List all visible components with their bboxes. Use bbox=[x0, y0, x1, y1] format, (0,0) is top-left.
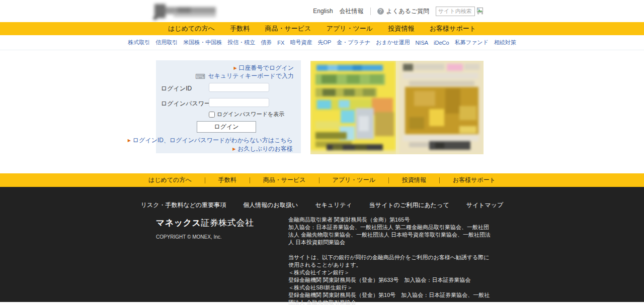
show-password-label: ログインパスワードを表示 bbox=[217, 111, 284, 118]
subnav-stock-trading[interactable]: 株式取引 bbox=[128, 39, 150, 46]
legal-line: 当サイトは、以下の銀行が同行の金融商品仲介をご利用のお客様へ勧誘する際に使用され… bbox=[288, 254, 492, 269]
login-id-input[interactable] bbox=[209, 83, 269, 92]
page: { "header": { "english_link": "English",… bbox=[0, 0, 644, 305]
logo-blur-block bbox=[153, 17, 156, 20]
footer-legal-text: 金融商品取引業者 関東財務局長（金商）第165号 加入協会：日本証券業協会、一般… bbox=[288, 216, 492, 305]
login-id-label: ログインID bbox=[161, 84, 192, 93]
nav-item-customer-support[interactable]: お客様サポート bbox=[430, 24, 476, 33]
legal-line: 登録金融機関 関東財務局長（登金）第10号 加入協会：日本証券業協会、一般社団法… bbox=[288, 291, 492, 305]
legal-line: ＜株式会社SBI新生銀行＞ bbox=[288, 284, 492, 291]
arrow-bullet-icon: ▶ bbox=[233, 66, 236, 70]
copyright-notice: COPYRIGHT © MONEX, Inc. bbox=[156, 234, 254, 240]
footer-nav: はじめての方へ 手数料 商品・サービス アプリ・ツール 投資情報 お客様サポート bbox=[0, 173, 644, 187]
promo-banner-left[interactable] bbox=[310, 61, 396, 154]
account-number-login-link[interactable]: ▶口座番号でログイン bbox=[233, 64, 294, 72]
subnav-fx[interactable]: FX bbox=[277, 40, 284, 46]
subnav-bonds[interactable]: 債券 bbox=[261, 39, 272, 46]
english-link[interactable]: English bbox=[313, 8, 333, 15]
logo-blur-block bbox=[178, 7, 191, 13]
site-footer: リスク・手数料などの重要事項 個人情報のお取扱い セキュリティ 当サイトのご利用… bbox=[0, 187, 644, 302]
promo-banner-left-image bbox=[310, 61, 396, 154]
subnav-gold-platinum[interactable]: 金・プラチナ bbox=[337, 39, 370, 46]
show-password-checkbox[interactable] bbox=[209, 112, 215, 118]
question-icon: ? bbox=[377, 8, 384, 15]
site-logo[interactable] bbox=[153, 3, 218, 19]
logo-blur-block bbox=[174, 13, 216, 17]
nav-item-fees[interactable]: 手数料 bbox=[230, 24, 250, 33]
subnav-managed-investing[interactable]: おまかせ運用 bbox=[376, 39, 410, 46]
promo-banner-right-image bbox=[399, 61, 484, 154]
subnav-margin-trading[interactable]: 信用取引 bbox=[155, 39, 178, 46]
login-button[interactable]: ログイン bbox=[197, 121, 256, 133]
legal-line: 登録金融機関 関東財務局長（登金）第633号 加入協会：日本証券業協会 bbox=[288, 276, 492, 284]
subnav-funds[interactable]: 投信・積立 bbox=[227, 39, 255, 46]
footer-link-personal-info[interactable]: 個人情報のお取扱い bbox=[243, 201, 298, 210]
header-divider bbox=[370, 8, 371, 15]
search-button[interactable] bbox=[476, 8, 484, 15]
footer-nav-products[interactable]: 商品・サービス bbox=[250, 176, 319, 184]
site-search-input[interactable] bbox=[436, 7, 475, 16]
sub-nav: 株式取引 信用取引 米国株・中国株 投信・積立 債券 FX 暗号資産 先OP 金… bbox=[0, 35, 644, 50]
forgot-credentials-link[interactable]: ▶ログインID、ログインパスワードがわからない方はこちら bbox=[128, 136, 293, 145]
logo-blur-block bbox=[154, 4, 166, 18]
nav-item-apps-tools[interactable]: アプリ・ツール bbox=[327, 24, 373, 33]
returning-customer-link[interactable]: ▶お久しぶりのお客様 bbox=[232, 145, 293, 153]
subnav-nisa[interactable]: NISA bbox=[415, 40, 428, 46]
legal-line: 金融商品取引業者 関東財務局長（金商）第165号 bbox=[288, 216, 492, 224]
login-password-input[interactable] bbox=[209, 98, 269, 107]
company-info-link[interactable]: 会社情報 bbox=[340, 7, 364, 16]
login-box: ▶口座番号でログイン ⌨セキュリティキーボードで入力 ログインID ログインパス… bbox=[156, 60, 301, 153]
subnav-private-funds[interactable]: 私募ファンド bbox=[455, 39, 489, 46]
footer-nav-beginners[interactable]: はじめての方へ bbox=[135, 176, 205, 184]
faq-link[interactable]: ? よくあるご質問 bbox=[377, 7, 429, 16]
footer-nav-apps-tools[interactable]: アプリ・ツール bbox=[319, 176, 388, 184]
nav-item-investment-info[interactable]: 投資情報 bbox=[388, 24, 414, 33]
nav-item-products[interactable]: 商品・サービス bbox=[265, 24, 311, 33]
footer-link-security[interactable]: セキュリティ bbox=[315, 201, 352, 210]
subnav-crypto[interactable]: 暗号資産 bbox=[290, 39, 312, 46]
footer-link-site-usage[interactable]: 当サイトのご利用にあたって bbox=[369, 201, 449, 210]
footer-nav-investment-info[interactable]: 投資情報 bbox=[389, 176, 439, 184]
broken-image-icon bbox=[476, 8, 484, 15]
subnav-ideco[interactable]: iDeCo bbox=[434, 40, 449, 46]
footer-link-sitemap[interactable]: サイトマップ bbox=[466, 201, 504, 210]
subnav-inheritance[interactable]: 相続対策 bbox=[494, 39, 516, 46]
footer-nav-fees[interactable]: 手数料 bbox=[205, 176, 250, 184]
arrow-bullet-icon: ▶ bbox=[128, 138, 131, 143]
legal-line: ＜株式会社イオン銀行＞ bbox=[288, 269, 492, 276]
security-keyboard-link[interactable]: ⌨セキュリティキーボードで入力 bbox=[195, 72, 294, 80]
main-nav: はじめての方へ 手数料 商品・サービス アプリ・ツール 投資情報 お客様サポート bbox=[0, 22, 644, 35]
subnav-futures-options[interactable]: 先OP bbox=[317, 39, 331, 46]
legal-line: 加入協会：日本証券業協会、一般社団法人 第二種金融商品取引業協会、一般社団法人 … bbox=[288, 224, 492, 246]
promo-banner-right[interactable] bbox=[399, 61, 484, 154]
subnav-us-china-stocks[interactable]: 米国株・中国株 bbox=[183, 39, 222, 46]
footer-link-risk-fees[interactable]: リスク・手数料などの重要事項 bbox=[141, 201, 226, 210]
faq-link-label: よくあるご質問 bbox=[386, 7, 429, 16]
nav-item-beginners[interactable]: はじめての方へ bbox=[168, 24, 215, 33]
site-header: English 会社情報 ? よくあるご質問 bbox=[0, 0, 644, 22]
keyboard-icon: ⌨ bbox=[195, 73, 205, 80]
arrow-bullet-icon: ▶ bbox=[232, 147, 235, 151]
login-password-label: ログインパスワード bbox=[161, 99, 216, 108]
footer-nav-customer-support[interactable]: お客様サポート bbox=[440, 176, 509, 184]
promo-banner bbox=[310, 61, 484, 154]
footer-company-name: マネックス証券株式会社 bbox=[156, 217, 254, 229]
